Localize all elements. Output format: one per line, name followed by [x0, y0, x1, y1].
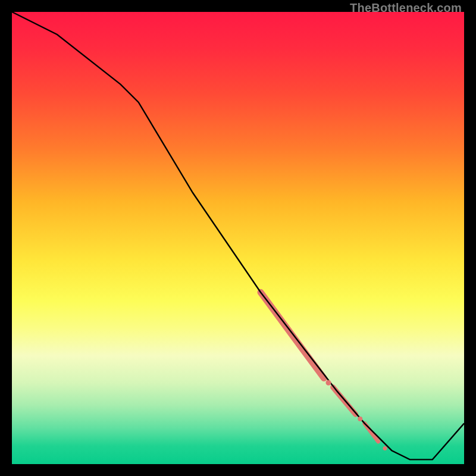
- bottleneck-curve: [12, 12, 464, 459]
- highlight-dot: [383, 446, 387, 450]
- watermark-text: TheBottleneck.com: [350, 1, 462, 15]
- highlight-dot: [326, 380, 331, 386]
- plot-area: [12, 12, 464, 464]
- highlight-dot: [358, 416, 362, 421]
- chart-overlay: [12, 12, 464, 464]
- chart-frame: TheBottleneck.com: [0, 0, 476, 476]
